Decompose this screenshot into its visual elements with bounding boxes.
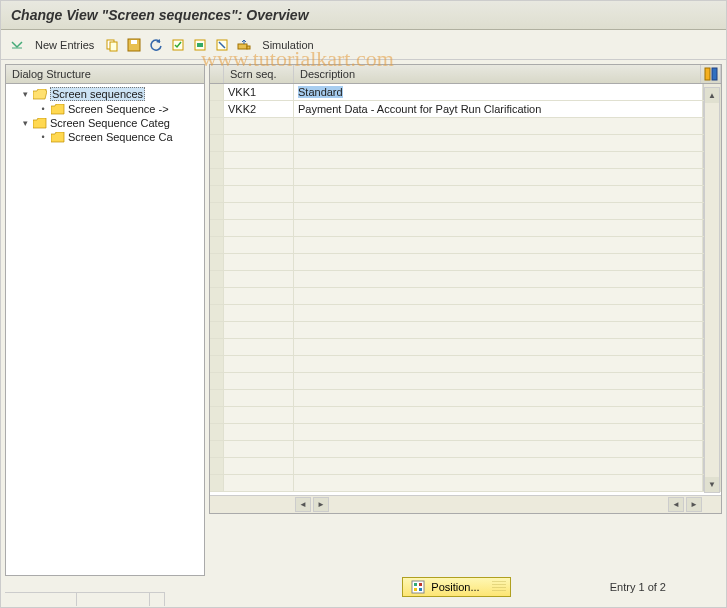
select-all-icon[interactable]: [168, 35, 188, 55]
tree-node-screen-sequence-ca[interactable]: • Screen Sequence Ca: [6, 130, 204, 144]
table-row-empty[interactable]: [210, 441, 721, 458]
cell-seq[interactable]: VKK2: [224, 101, 294, 117]
row-marker[interactable]: [210, 339, 224, 355]
row-marker[interactable]: [210, 441, 224, 457]
table-row-empty[interactable]: [210, 118, 721, 135]
row-marker[interactable]: [210, 407, 224, 423]
row-marker[interactable]: [210, 220, 224, 236]
column-header-desc[interactable]: Description: [294, 65, 701, 83]
expand-toggle-icon[interactable]: [7, 35, 27, 55]
tree-bullet-icon: •: [38, 104, 48, 114]
table-row-empty[interactable]: [210, 135, 721, 152]
row-marker[interactable]: [210, 135, 224, 151]
table-row-empty[interactable]: [210, 458, 721, 475]
deselect-all-icon[interactable]: [212, 35, 232, 55]
row-marker[interactable]: [210, 186, 224, 202]
entry-counter: Entry 1 of 2: [610, 581, 666, 593]
scroll-down-icon[interactable]: ▼: [705, 477, 719, 492]
svg-rect-11: [247, 46, 250, 49]
copy-icon[interactable]: [102, 35, 122, 55]
table-row-empty[interactable]: [210, 254, 721, 271]
row-marker[interactable]: [210, 169, 224, 185]
tree-node-screen-sequence-child[interactable]: • Screen Sequence ->: [6, 102, 204, 116]
hscroll-bar: ◄ ► ◄ ►: [210, 495, 721, 513]
tree-toggle-icon[interactable]: ▾: [20, 89, 30, 99]
tree-toggle-icon[interactable]: ▾: [20, 118, 30, 128]
toolbar: New Entries Simulation: [1, 30, 726, 60]
table-row-empty[interactable]: [210, 475, 721, 492]
table-row-empty[interactable]: [210, 424, 721, 441]
table-row-empty[interactable]: [210, 237, 721, 254]
row-marker[interactable]: [210, 237, 224, 253]
cell-desc[interactable]: Standard: [294, 84, 703, 100]
svg-rect-13: [712, 68, 717, 80]
row-marker[interactable]: [210, 322, 224, 338]
statusbar-stub: [5, 592, 165, 606]
table-config-icon[interactable]: [701, 65, 721, 83]
row-marker[interactable]: [210, 84, 224, 100]
folder-icon: [51, 132, 65, 143]
cell-desc[interactable]: Payment Data - Account for Payt Run Clar…: [294, 101, 703, 117]
row-marker[interactable]: [210, 390, 224, 406]
scroll-right-end-icon[interactable]: ►: [686, 497, 702, 512]
row-marker[interactable]: [210, 356, 224, 372]
folder-icon: [33, 118, 47, 129]
tree-label: Screen Sequence Ca: [68, 131, 173, 143]
row-marker[interactable]: [210, 152, 224, 168]
row-marker[interactable]: [210, 424, 224, 440]
new-entries-button[interactable]: New Entries: [29, 39, 100, 51]
row-marker[interactable]: [210, 373, 224, 389]
table-row-empty[interactable]: [210, 186, 721, 203]
row-marker[interactable]: [210, 101, 224, 117]
table-row[interactable]: VKK1 Standard: [210, 84, 721, 101]
table-row-empty[interactable]: [210, 271, 721, 288]
table-row-empty[interactable]: [210, 322, 721, 339]
table-row-empty[interactable]: [210, 169, 721, 186]
scroll-right-icon[interactable]: ►: [313, 497, 329, 512]
row-marker[interactable]: [210, 305, 224, 321]
table-row-empty[interactable]: [210, 305, 721, 322]
table-row-empty[interactable]: [210, 203, 721, 220]
scroll-left-icon[interactable]: ◄: [295, 497, 311, 512]
row-marker[interactable]: [210, 118, 224, 134]
vscroll-bar[interactable]: ▲ ▼: [704, 87, 720, 493]
table-body: VKK1 Standard VKK2 Payment Data - Accoun…: [210, 84, 721, 495]
scroll-left-end-icon[interactable]: ◄: [668, 497, 684, 512]
row-marker[interactable]: [210, 288, 224, 304]
simulation-button[interactable]: Simulation: [256, 39, 319, 51]
table-row-empty[interactable]: [210, 407, 721, 424]
save-variant-icon[interactable]: [124, 35, 144, 55]
table-row-empty[interactable]: [210, 356, 721, 373]
row-marker-header[interactable]: [210, 65, 224, 83]
tree-body: ▾ Screen sequences • Screen Sequence -> …: [6, 84, 204, 575]
table-row-empty[interactable]: [210, 390, 721, 407]
svg-rect-4: [131, 40, 137, 44]
row-marker[interactable]: [210, 271, 224, 287]
transport-icon[interactable]: [234, 35, 254, 55]
tree-header: Dialog Structure: [6, 65, 204, 84]
undo-icon[interactable]: [146, 35, 166, 55]
column-header-seq[interactable]: Scrn seq.: [224, 65, 294, 83]
table-header: Scrn seq. Description: [210, 65, 721, 84]
svg-rect-14: [412, 581, 424, 593]
scroll-up-icon[interactable]: ▲: [705, 88, 719, 103]
tree-node-screen-sequences[interactable]: ▾ Screen sequences: [6, 86, 204, 102]
tree-bullet-icon: •: [38, 132, 48, 142]
table-row-empty[interactable]: [210, 288, 721, 305]
table-row-empty[interactable]: [210, 220, 721, 237]
svg-rect-17: [414, 588, 417, 591]
position-button[interactable]: Position...: [402, 577, 510, 597]
row-marker[interactable]: [210, 254, 224, 270]
table-row-empty[interactable]: [210, 373, 721, 390]
table-row-empty[interactable]: [210, 339, 721, 356]
row-marker[interactable]: [210, 475, 224, 491]
tree-label: Screen Sequence ->: [68, 103, 169, 115]
row-marker[interactable]: [210, 458, 224, 474]
table-row-empty[interactable]: [210, 152, 721, 169]
tree-node-screen-sequence-categ[interactable]: ▾ Screen Sequence Categ: [6, 116, 204, 130]
row-marker[interactable]: [210, 203, 224, 219]
table-row[interactable]: VKK2 Payment Data - Account for Payt Run…: [210, 101, 721, 118]
svg-rect-18: [419, 588, 422, 591]
select-block-icon[interactable]: [190, 35, 210, 55]
cell-seq[interactable]: VKK1: [224, 84, 294, 100]
